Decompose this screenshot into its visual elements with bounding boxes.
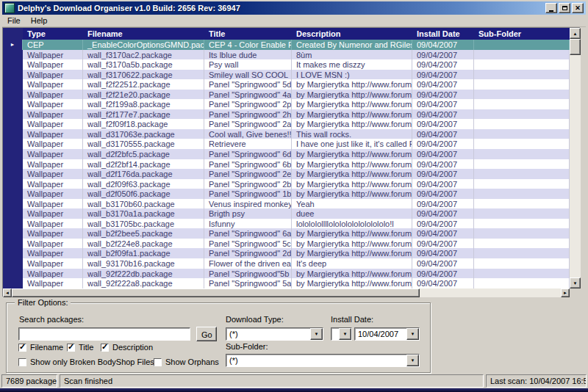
table-row[interactable]: Wallpaperwall_d2f050f6.packagePanel "Spr… <box>3 189 570 199</box>
table-row[interactable]: Wallpaperwall_d3170555.packageRetrievere… <box>3 139 570 149</box>
checkbox-box[interactable]: ✓ <box>18 358 26 366</box>
row-selector[interactable] <box>3 50 23 60</box>
row-selector[interactable] <box>3 59 23 70</box>
row-selector[interactable] <box>3 239 23 249</box>
column-header-title[interactable]: Title <box>204 28 292 40</box>
row-selector[interactable] <box>3 199 23 209</box>
column-header-type[interactable]: Type <box>23 28 83 40</box>
cell-filename: wall_f2f177e7.package <box>83 109 204 120</box>
description-checkbox[interactable]: ✓ Description <box>101 343 153 352</box>
table-row[interactable]: Wallpaperwall_92f222db.packagePanel "Spr… <box>3 269 570 279</box>
row-selector[interactable] <box>3 129 23 139</box>
column-header-description[interactable]: Description <box>292 28 412 40</box>
table-row[interactable]: Wallpaperwall_92f222a8.packagePanel "Spr… <box>3 278 570 288</box>
horizontal-scroll-thumb[interactable] <box>12 288 420 297</box>
sub-folder-select[interactable]: (*) ▼ <box>226 354 420 367</box>
row-selector[interactable] <box>3 219 23 229</box>
row-selector[interactable] <box>3 179 23 189</box>
cell-title: Its lblue dude <box>204 50 292 60</box>
maximize-button[interactable] <box>559 3 570 13</box>
table-row[interactable]: Wallpaperwall_b31705bc.packageIsfunnylol… <box>3 219 570 229</box>
table-row[interactable]: Wallpaperwall_f2f199a8.packagePanel "Spr… <box>3 99 570 109</box>
row-selector[interactable] <box>3 269 23 279</box>
chevron-down-icon[interactable]: ▼ <box>339 328 351 340</box>
horizontal-scrollbar[interactable]: ◄ ► <box>3 288 570 297</box>
filename-checkbox[interactable]: ✓ Filename <box>18 343 63 352</box>
scroll-right-icon[interactable]: ► <box>561 288 570 297</box>
close-icon: ✕ <box>575 5 581 12</box>
table-row[interactable]: Wallpaperwall_f2f22512.packagePanel "Spr… <box>3 79 570 90</box>
row-selector[interactable] <box>3 149 23 159</box>
search-input[interactable] <box>18 327 190 341</box>
checkbox-box[interactable]: ✓ <box>101 344 109 352</box>
row-selector[interactable] <box>3 228 23 239</box>
table-row[interactable]: Wallpaperwall_f3170ac2.packageIts lblue … <box>3 50 570 60</box>
column-header-install-date[interactable]: Install Date <box>412 28 474 40</box>
close-button[interactable]: ✕ <box>572 3 584 13</box>
install-date-operator-select[interactable]: ▼ <box>331 327 352 341</box>
cell-sub-folder <box>474 139 570 149</box>
table-row[interactable]: Wallpaperwall_b2f224e8.packagePanel "Spr… <box>3 239 570 249</box>
install-date-select[interactable]: 10/04/2007 ▼ <box>354 327 420 341</box>
scroll-up-icon[interactable]: ▲ <box>570 28 581 39</box>
table-row[interactable]: Wallpaperwall_d317063e.packageCool wall,… <box>3 129 570 139</box>
row-selector[interactable] <box>3 258 23 269</box>
row-selector[interactable] <box>3 139 23 149</box>
minimize-button[interactable] <box>545 3 557 13</box>
row-selector[interactable] <box>3 189 23 199</box>
go-button[interactable]: Go <box>196 327 217 341</box>
chevron-down-icon[interactable]: ▼ <box>406 328 419 340</box>
table-row[interactable]: Wallpaperwall_f2f09f18.packagePanel "Spr… <box>3 119 570 129</box>
menu-help[interactable]: Help <box>26 15 53 26</box>
cell-type: Wallpaper <box>23 70 83 80</box>
table-row[interactable]: Wallpaperwall_b3170b60.packageVenus insp… <box>3 199 570 209</box>
cell-description: 8ùm <box>292 50 412 60</box>
table-row[interactable]: Wallpaperwall_f3170622.packageSmiley wal… <box>3 70 570 80</box>
download-type-select[interactable]: (*) ▼ <box>226 327 323 341</box>
row-selector[interactable] <box>3 248 23 258</box>
chevron-down-icon[interactable]: ▼ <box>310 328 323 340</box>
table-row[interactable]: Wallpaperwall_f3170a5b.packagePsy wallIt… <box>3 59 570 70</box>
current-row-marker-icon[interactable]: ► <box>3 40 23 50</box>
vertical-scroll-thumb[interactable] <box>570 39 581 55</box>
table-row[interactable]: Wallpaperwall_93170b16.packageFlower of … <box>3 258 570 269</box>
row-selector[interactable] <box>3 99 23 109</box>
table-row[interactable]: Wallpaperwall_b2f2bee5.packagePanel "Spr… <box>3 228 570 239</box>
column-header-sub-folder[interactable]: Sub-Folder <box>474 28 570 40</box>
column-header-filename[interactable]: Filename <box>83 28 204 40</box>
row-selector[interactable] <box>3 70 23 80</box>
chevron-down-icon[interactable]: ▼ <box>406 355 419 366</box>
show-broken-checkbox[interactable]: ✓ Show only Broken BodyShop Files <box>18 357 154 366</box>
row-selector[interactable] <box>3 169 23 179</box>
row-selector[interactable] <box>3 109 23 120</box>
checkbox-box[interactable]: ✓ <box>154 358 162 366</box>
row-selector[interactable] <box>3 159 23 170</box>
show-orphans-checkbox[interactable]: ✓ Show Orphans <box>154 357 219 366</box>
row-selector[interactable] <box>3 119 23 129</box>
menu-file[interactable]: File <box>2 15 26 26</box>
checkbox-box[interactable]: ✓ <box>18 344 26 352</box>
table-row[interactable]: ►CEP_EnableColorOptionsGMND.packageCEP 4… <box>3 40 570 50</box>
scroll-down-icon[interactable]: ▼ <box>570 277 581 288</box>
table-row[interactable]: Wallpaperwall_d2f2bf14.packagePanel "Spr… <box>3 159 570 170</box>
table-row[interactable]: Wallpaperwall_b3170a1a.packageBrigth psy… <box>3 208 570 219</box>
table-row[interactable]: Wallpaperwall_d2f09f63.packagePanel "Spr… <box>3 179 570 189</box>
row-selector[interactable] <box>3 90 23 100</box>
app-icon[interactable] <box>4 3 15 13</box>
row-selector[interactable] <box>3 278 23 288</box>
checkbox-box[interactable]: ✓ <box>67 344 75 352</box>
cell-title: Panel "Springwood" 2b <box>204 179 292 189</box>
table-row[interactable]: Wallpaperwall_b2f09fa1.packagePanel "Spr… <box>3 248 570 258</box>
vertical-scrollbar[interactable]: ▲ ▼ <box>570 28 581 288</box>
table-row[interactable]: Wallpaperwall_d2f176da.packagePanel "Spr… <box>3 169 570 179</box>
table-row[interactable]: Wallpaperwall_f2f177e7.packagePanel "Spr… <box>3 109 570 120</box>
cell-title: Panel "Springwood" 2d <box>204 248 292 258</box>
cell-description: lolololollllolololololololololo!l <box>292 219 412 229</box>
cell-sub-folder <box>474 278 570 288</box>
scroll-left-icon[interactable]: ◄ <box>3 288 12 297</box>
table-row[interactable]: Wallpaperwall_f2f21e20.packagePanel "Spr… <box>3 90 570 100</box>
row-selector[interactable] <box>3 208 23 219</box>
row-selector[interactable] <box>3 79 23 90</box>
table-row[interactable]: Wallpaperwall_d2f2bfc5.packagePanel "Spr… <box>3 149 570 159</box>
title-checkbox[interactable]: ✓ Title <box>67 343 93 352</box>
